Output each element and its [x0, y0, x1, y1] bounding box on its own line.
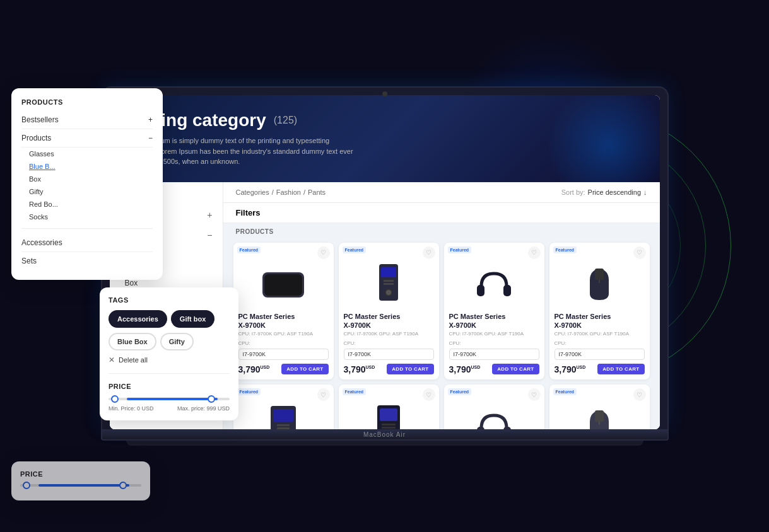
sp-sets-label: Sets	[21, 257, 37, 265]
price-thumb-2-max[interactable]	[119, 482, 127, 489]
sp-item-products[interactable]: Products −	[21, 129, 153, 147]
product-footer-1: 3,790USD ADD TO CART	[238, 364, 329, 374]
wishlist-btn-6[interactable]: ♡	[423, 388, 435, 401]
price-min-label: Min. Price: 0 USD	[109, 405, 154, 412]
add-to-cart-btn-2[interactable]: ADD TO CART	[387, 364, 433, 374]
sort-arrow: ↓	[643, 188, 647, 196]
breadcrumb-sep2: /	[303, 188, 305, 196]
svg-rect-6	[384, 280, 394, 282]
delete-all-btn[interactable]: ✕ Delete all	[109, 356, 230, 364]
sort-value[interactable]: Price descending	[588, 188, 641, 196]
product-footer-4: 3,790USD ADD TO CART	[555, 364, 645, 374]
product-image-5	[238, 400, 329, 429]
tags-panel-wrapper: TAGS Accessories Gift box Blue Box Gifty…	[11, 287, 163, 451]
sp-item-accessories[interactable]: Accessories	[21, 234, 153, 252]
sp-sub-redbox[interactable]: Red Bo...	[29, 198, 153, 211]
tag-accessories[interactable]: Accessories	[109, 310, 167, 328]
price-slider-2[interactable]	[20, 484, 141, 487]
breadcrumb-pants[interactable]: Pants	[308, 188, 326, 196]
laptop-foot	[126, 441, 643, 446]
price-slider-track[interactable]	[109, 398, 230, 400]
tags-active-row: Accessories Gift box	[109, 310, 230, 328]
product-specs-4: CPU: I7-9700K GPU: ASF T190A	[555, 331, 645, 337]
price-slider-fill	[127, 398, 218, 400]
wishlist-btn-3[interactable]: ♡	[528, 246, 541, 259]
product-image-3	[449, 258, 539, 308]
sp-bestsellers-icon: +	[148, 115, 153, 124]
sp-accessories-label: Accessories	[21, 238, 62, 247]
add-to-cart-btn-1[interactable]: ADD TO CART	[281, 364, 328, 374]
product-name-2: PC Master SeriesX-9700K	[344, 312, 434, 330]
banner-count: (125)	[274, 115, 297, 126]
svg-rect-7	[384, 283, 394, 285]
content-header: Categories / Fashion / Pants Sort by: Pr…	[223, 182, 660, 203]
product-select-2[interactable]: I7-9700K	[344, 349, 434, 360]
breadcrumb: Categories / Fashion / Pants	[236, 188, 326, 196]
svg-rect-22	[477, 427, 484, 429]
sidebar-panel-title: PRODUCTS	[21, 98, 153, 106]
product-image-2	[344, 258, 434, 308]
products-section-label: PRODUCTS	[223, 223, 660, 238]
breadcrumb-fashion[interactable]: Fashion	[276, 188, 301, 196]
svg-rect-13	[273, 409, 293, 422]
product-specs-2: CPU: I7-9700K GPU: ASF T190A	[344, 331, 434, 337]
featured-badge-2: Featured	[343, 246, 367, 253]
product-select-1[interactable]: I7-9700K	[238, 349, 329, 360]
laptop-brand-label: MacBook Air	[363, 431, 406, 438]
tag-gifty[interactable]: Gifty	[160, 333, 194, 350]
wishlist-btn-4[interactable]: ♡	[633, 246, 646, 259]
price-thumb-2-min[interactable]	[23, 482, 30, 489]
sp-sub-bluebox[interactable]: Blue B...	[29, 160, 153, 173]
tag-bluebox[interactable]: Blue Box	[109, 333, 156, 350]
add-to-cart-btn-4[interactable]: ADD TO CART	[597, 364, 644, 374]
featured-badge-5: Featured	[237, 388, 261, 395]
product-price-1: 3,790USD	[238, 364, 270, 374]
sp-sub-box[interactable]: Box	[29, 173, 153, 185]
svg-rect-8	[477, 285, 484, 296]
sp-sub-socks[interactable]: Socks	[29, 211, 153, 223]
sp-item-bestsellers[interactable]: Bestsellers +	[21, 111, 153, 129]
wishlist-btn-1[interactable]: ♡	[317, 246, 330, 259]
delete-icon: ✕	[109, 356, 115, 364]
product-card-2: Featured ♡	[339, 243, 439, 380]
add-to-cart-btn-3[interactable]: ADD TO CART	[492, 364, 539, 374]
price-thumb-max[interactable]	[208, 395, 215, 403]
price-fill-2	[38, 484, 129, 487]
sp-item-sets[interactable]: Sets	[21, 252, 153, 270]
cpu-label-2: CPU:	[344, 340, 434, 346]
product-select-3[interactable]: I7-9700K	[449, 349, 539, 360]
breadcrumb-categories[interactable]: Categories	[236, 188, 269, 196]
wishlist-btn-5[interactable]: ♡	[317, 388, 330, 401]
product-grid: Featured ♡ PC Master SeriesX-9700K	[223, 238, 660, 430]
sp-sub-glasses[interactable]: Glasses	[29, 147, 153, 160]
price-thumb-min[interactable]	[111, 395, 119, 403]
tags-panel: TAGS Accessories Gift box Blue Box Gifty…	[100, 287, 238, 420]
featured-badge-4: Featured	[553, 246, 577, 253]
sp-divider	[21, 228, 153, 229]
filters-title: Filters	[223, 203, 660, 223]
svg-rect-9	[503, 285, 511, 296]
sp-products-label: Products	[21, 134, 51, 142]
floating-overlay: PRODUCTS Bestsellers + Products − Glasse…	[11, 88, 163, 500]
tag-giftbox[interactable]: Gift box	[171, 310, 215, 328]
price-panel-2: PRICE	[11, 461, 150, 500]
product-select-4[interactable]: I7-9700K	[555, 349, 645, 360]
wishlist-btn-7[interactable]: ♡	[528, 388, 541, 401]
product-image-1	[238, 258, 329, 308]
laptop-base: MacBook Air	[101, 429, 669, 441]
svg-rect-11	[595, 269, 604, 280]
wishlist-btn-2[interactable]: ♡	[423, 246, 435, 259]
wishlist-btn-8[interactable]: ♡	[633, 388, 646, 401]
pc-tower-icon-3	[367, 403, 411, 429]
product-card-4: Featured ♡ PC M	[549, 243, 650, 380]
featured-badge-6: Featured	[343, 388, 367, 395]
headphones-icon	[472, 261, 516, 305]
sidebar-panel-content: PRODUCTS Bestsellers + Products − Glasse…	[11, 88, 163, 280]
product-card-6: Featured ♡	[339, 385, 439, 429]
svg-rect-16	[277, 427, 290, 429]
sort-label: Sort by:	[561, 188, 585, 196]
sp-sub-gifty[interactable]: Gifty	[29, 185, 153, 198]
sp-sub-list: Glasses Blue B... Box Gifty Red Bo... So…	[21, 147, 153, 223]
product-card-1: Featured ♡ PC Master SeriesX-9700K	[233, 243, 334, 380]
cpu-label-3: CPU:	[449, 340, 539, 346]
